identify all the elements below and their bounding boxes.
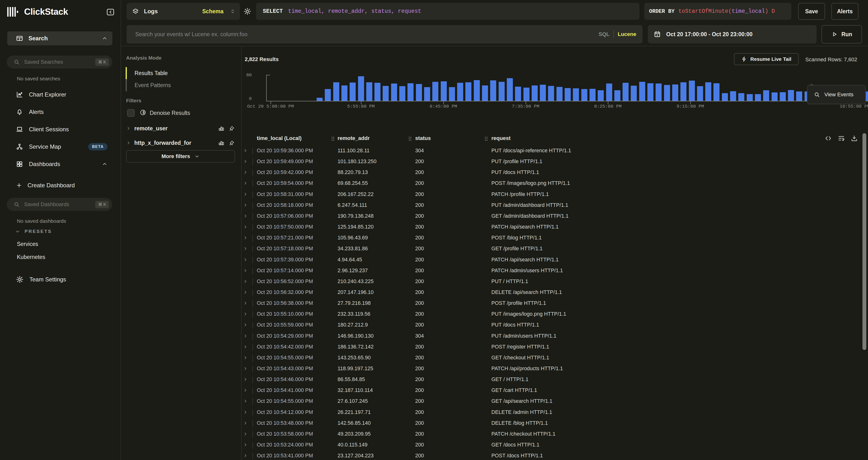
mode-results-table[interactable]: Results Table <box>134 70 168 77</box>
row-expand-chevron-icon[interactable] <box>243 399 248 404</box>
row-expand-chevron-icon[interactable] <box>243 432 248 436</box>
table-row[interactable]: Oct 20 10:59:54.000 PM 69.68.254.55 200 … <box>241 178 868 189</box>
row-expand-chevron-icon[interactable] <box>243 192 248 197</box>
table-row[interactable]: Oct 20 10:58:18.000 PM 6.247.54.111 200 … <box>241 200 868 211</box>
presets-toggle[interactable]: PRESETS <box>15 229 52 234</box>
table-row[interactable]: Oct 20 10:54:12.000 PM 26.221.197.71 200… <box>241 407 868 418</box>
filter-field-remote-user[interactable]: remote_user <box>126 123 235 134</box>
saved-dashboards-input[interactable]: ⌘ K <box>7 198 112 211</box>
chevron-right-icon[interactable] <box>126 140 131 145</box>
row-expand-chevron-icon[interactable] <box>243 213 248 219</box>
source-settings-gear-icon[interactable] <box>242 6 253 17</box>
chevron-right-icon[interactable] <box>126 126 131 131</box>
vertical-scrollbar[interactable] <box>863 133 866 350</box>
table-row[interactable]: Oct 20 10:55:10.000 PM 232.33.119.56 200… <box>241 309 868 320</box>
event-search-bar[interactable]: SQL Lucene <box>127 25 643 44</box>
table-row[interactable]: Oct 20 10:56:38.000 PM 27.79.216.198 200… <box>241 298 868 309</box>
row-expand-chevron-icon[interactable] <box>243 225 248 229</box>
lucene-toggle[interactable]: Lucene <box>618 31 636 37</box>
row-expand-chevron-icon[interactable] <box>243 334 248 338</box>
row-expand-chevron-icon[interactable] <box>243 355 248 360</box>
run-button[interactable]: Run <box>822 25 862 44</box>
row-expand-chevron-icon[interactable] <box>243 268 248 273</box>
table-row[interactable]: Oct 20 10:57:18.000 PM 34.233.81.86 200 … <box>241 243 868 254</box>
row-expand-chevron-icon[interactable] <box>243 366 248 371</box>
row-expand-chevron-icon[interactable] <box>243 170 248 175</box>
row-expand-chevron-icon[interactable] <box>243 290 248 295</box>
sidebar-item-search[interactable]: Search <box>7 31 112 46</box>
row-expand-chevron-icon[interactable] <box>243 410 248 414</box>
resume-live-tail-button[interactable]: Resume Live Tail <box>734 53 799 65</box>
row-expand-chevron-icon[interactable] <box>243 388 248 393</box>
orderby-clause-input[interactable]: ORDER BY toStartOfMinute( time_local ) D <box>644 3 791 20</box>
table-row[interactable]: Oct 20 10:54:46.000 PM 86.55.84.85 200 G… <box>241 374 868 385</box>
filter-field-http-x-forwarded-for[interactable]: http_x_forwarded_for <box>126 137 235 149</box>
team-settings-button[interactable]: Team Settings <box>7 272 112 287</box>
table-row[interactable]: Oct 20 10:57:14.000 PM 2.96.129.237 200 … <box>241 265 868 276</box>
row-expand-chevron-icon[interactable] <box>243 421 248 426</box>
row-expand-chevron-icon[interactable] <box>243 301 248 306</box>
table-row[interactable]: Oct 20 10:59:42.000 PM 88.220.79.13 200 … <box>241 167 868 178</box>
create-dashboard-button[interactable]: Create Dashboard <box>7 179 112 192</box>
row-expand-chevron-icon[interactable] <box>243 159 248 164</box>
sql-toggle[interactable]: SQL <box>599 31 610 37</box>
collapse-sidebar-icon[interactable] <box>105 7 115 17</box>
table-row[interactable]: Oct 20 10:54:55.000 PM 143.253.65.90 200… <box>241 353 868 364</box>
source-selector[interactable]: Logs Schema <box>127 3 240 20</box>
table-row[interactable]: Oct 20 10:58:31.000 PM 206.167.252.22 20… <box>241 189 868 200</box>
table-row[interactable]: Oct 20 10:53:48.000 PM 142.56.85.140 200… <box>241 418 868 429</box>
sidebar-item-service-map[interactable]: Service MapBETA <box>7 139 112 154</box>
preset-item-services[interactable]: Services <box>17 241 38 248</box>
sidebar-item-chart-explorer[interactable]: Chart Explorer <box>7 87 112 102</box>
pin-icon[interactable] <box>229 140 235 146</box>
schema-label[interactable]: Schema <box>202 8 223 15</box>
pin-icon[interactable] <box>229 125 235 132</box>
table-row[interactable]: Oct 20 10:54:55.000 PM 27.6.107.245 200 … <box>241 396 868 407</box>
wrap-text-icon[interactable] <box>838 135 845 142</box>
table-row[interactable]: Oct 20 10:56:52.000 PM 210.240.43.225 20… <box>241 276 868 287</box>
row-expand-chevron-icon[interactable] <box>243 246 248 251</box>
chevron-up-icon[interactable] <box>102 35 107 41</box>
saved-dashboards-field[interactable] <box>24 201 91 208</box>
drag-handle-icon[interactable] <box>331 136 335 141</box>
denoise-checkbox[interactable] <box>127 109 135 117</box>
row-expand-chevron-icon[interactable] <box>243 148 248 153</box>
code-view-icon[interactable] <box>825 135 832 142</box>
mode-event-patterns[interactable]: Event Patterns <box>134 82 171 89</box>
table-row[interactable]: Oct 20 10:59:49.000 PM 101.180.123.250 2… <box>241 156 868 167</box>
table-row[interactable]: Oct 20 10:55:59.000 PM 180.27.212.9 200 … <box>241 320 868 330</box>
preset-item-kubernetes[interactable]: Kubernetes <box>17 254 45 260</box>
download-icon[interactable] <box>850 135 858 142</box>
column-header-remote-addr[interactable]: remote_addr <box>338 135 370 141</box>
row-expand-chevron-icon[interactable] <box>243 442 248 447</box>
date-range-picker[interactable]: Oct 20 17:00:00 - Oct 20 23:00:00 <box>648 25 817 44</box>
row-expand-chevron-icon[interactable] <box>243 453 248 458</box>
row-expand-chevron-icon[interactable] <box>243 279 248 284</box>
table-row[interactable]: Oct 20 10:53:58.000 PM 49.203.209.95 200… <box>241 429 868 440</box>
row-expand-chevron-icon[interactable] <box>243 344 248 349</box>
table-row[interactable]: Oct 20 10:54:41.000 PM 32.187.110.114 20… <box>241 385 868 396</box>
row-expand-chevron-icon[interactable] <box>243 203 248 207</box>
row-expand-chevron-icon[interactable] <box>243 312 248 316</box>
drag-handle-icon[interactable] <box>408 136 412 141</box>
column-chart-icon[interactable] <box>218 125 224 132</box>
row-expand-chevron-icon[interactable] <box>243 322 248 327</box>
column-header-time-local[interactable]: time_local (Local) <box>257 135 302 141</box>
row-expand-chevron-icon[interactable] <box>243 377 248 382</box>
table-row[interactable]: Oct 20 10:57:50.000 PM 125.194.85.120 20… <box>241 222 868 233</box>
table-row[interactable]: Oct 20 10:54:42.000 PM 186.136.72.142 20… <box>241 342 868 353</box>
table-row[interactable]: Oct 20 10:56:32.000 PM 207.147.196.10 20… <box>241 287 868 298</box>
table-row[interactable]: Oct 20 10:57:39.000 PM 4.94.64.45 200 PA… <box>241 255 868 265</box>
table-row[interactable]: Oct 20 10:57:06.000 PM 190.79.136.248 20… <box>241 211 868 222</box>
column-chart-icon[interactable] <box>218 140 224 146</box>
table-row[interactable]: Oct 20 10:53:41.000 PM 23.127.204.223 20… <box>241 451 868 460</box>
sidebar-item-client-sessions[interactable]: Client Sessions <box>7 122 112 137</box>
drag-handle-icon[interactable] <box>484 136 488 141</box>
sidebar-item-alerts[interactable]: Alerts <box>7 104 112 120</box>
table-row[interactable]: Oct 20 10:59:36.000 PM 111.100.28.11 304… <box>241 146 868 156</box>
row-expand-chevron-icon[interactable] <box>243 235 248 240</box>
row-expand-chevron-icon[interactable] <box>243 181 248 185</box>
saved-searches-field[interactable] <box>24 59 91 65</box>
saved-searches-input[interactable]: ⌘ K <box>7 56 112 68</box>
table-row[interactable]: Oct 20 10:54:29.000 PM 146.96.190.130 30… <box>241 331 868 342</box>
